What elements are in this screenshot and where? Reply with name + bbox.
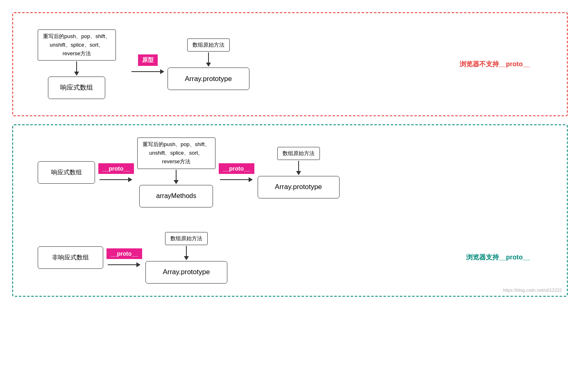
green-array-prototype-col: 数组原始方法 Array.prototype (258, 147, 340, 198)
red-note-text: 浏览器不支持__proto__ (460, 60, 530, 69)
green-arrow-3 (108, 262, 140, 267)
green-reactive-array-box: 响应式数组 (38, 161, 95, 184)
red-reactive-array-box: 响应式数组 (48, 77, 105, 99)
arrow-down-red-1 (74, 61, 79, 76)
green-original-box-2: 数组原始方法 (165, 232, 208, 245)
green-note-text: 浏览器支持__proto__ (466, 253, 530, 262)
arrow-down-green-2 (296, 161, 301, 175)
red-left-col: 重写后的push、pop、shift、 unshift、splice、sort、… (38, 29, 116, 99)
green-array-methods-col: 重写后的push、pop、shift、 unshift、splice、sort、… (137, 137, 215, 207)
watermark: https://blog.csdn.net/u012222 (503, 288, 562, 293)
green-badge-proto-2: __proto__ (219, 163, 254, 174)
section-green: 响应式数组 __proto__ 重写后的push、pop、shift、 unsh… (12, 124, 568, 296)
red-badge-prototype: 原型 (138, 54, 158, 66)
green-badge-arrow-3: __proto__ (106, 248, 142, 267)
red-badge-arrow: 原型 (131, 54, 164, 74)
green-bottom-row: 非响应式数组 __proto__ 数组原始方法 Array.prototype (29, 232, 551, 284)
green-array-prototype-box-1: Array.prototype (258, 176, 340, 198)
diagram-container: 重写后的push、pop、shift、 unshift、splice、sort、… (8, 8, 572, 301)
green-array-prototype-col-2: 数组原始方法 Array.prototype (145, 232, 227, 284)
green-badge-proto-3: __proto__ (106, 248, 142, 259)
red-rewrite-box: 重写后的push、pop、shift、 unshift、splice、sort、… (38, 29, 116, 61)
green-arrow-2 (220, 177, 253, 182)
red-arrow-right-1 (131, 69, 164, 74)
arrow-down-green-1 (174, 170, 179, 184)
green-original-box-1: 数组原始方法 (277, 147, 320, 160)
arrow-down-green-3 (184, 246, 189, 260)
green-non-reactive-box: 非响应式数组 (38, 246, 103, 269)
arrow-down-red-2 (206, 52, 211, 67)
green-array-methods-box: arrayMethods (139, 185, 213, 207)
green-top-row: 响应式数组 __proto__ 重写后的push、pop、shift、 unsh… (29, 137, 551, 207)
red-right-col: 数组原始方法 Array.prototype (168, 38, 249, 90)
green-rewrite-box: 重写后的push、pop、shift、 unshift、splice、sort、… (137, 137, 215, 169)
red-array-prototype-box: Array.prototype (168, 68, 249, 90)
green-badge-arrow-1: __proto__ (98, 163, 134, 182)
green-arrow-1 (100, 177, 132, 182)
green-array-prototype-box-2: Array.prototype (145, 261, 227, 284)
green-badge-arrow-2: __proto__ (219, 163, 254, 182)
section-red: 重写后的push、pop、shift、 unshift、splice、sort、… (12, 12, 568, 116)
green-badge-proto-1: __proto__ (98, 163, 134, 174)
red-original-box: 数组原始方法 (187, 38, 230, 52)
